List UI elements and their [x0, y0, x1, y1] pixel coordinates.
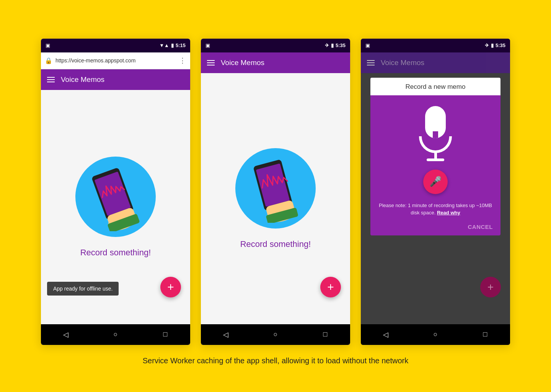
sim-icon-2: ▣: [205, 42, 210, 48]
app-bar-2: Voice Memos: [201, 52, 350, 73]
airplane-icon-2: ✈: [325, 42, 329, 48]
app-bar-1: Voice Memos: [41, 69, 190, 90]
url-text-1: https://voice-memos.appspot.com: [55, 57, 176, 64]
phone-1: ▣ ▼▲ ▮ 5:15 🔒 https://voice-memos.appspo…: [41, 39, 190, 345]
status-bar-1: ▣ ▼▲ ▮ 5:15: [41, 39, 190, 52]
illustration-circle-2: [235, 148, 316, 229]
lock-icon: 🔒: [45, 57, 52, 64]
home-button-3[interactable]: [428, 327, 443, 342]
battery-icon-3: ▮: [491, 42, 494, 48]
app-title-2: Voice Memos: [221, 59, 264, 67]
phone-3: ▣ ✈ ▮ 5:35 Voice Memos: [361, 39, 510, 345]
hamburger-menu-1[interactable]: [47, 77, 55, 82]
phone-illustration-2: [245, 154, 306, 223]
home-button-2[interactable]: [268, 327, 283, 342]
record-label-2: Record something!: [240, 239, 311, 249]
app-title-1: Voice Memos: [61, 75, 104, 84]
app-title-3: Voice Memos: [381, 59, 424, 67]
status-bar-2: ▣ ✈ ▮ 5:35: [201, 39, 350, 52]
page-wrapper: ▣ ▼▲ ▮ 5:15 🔒 https://voice-memos.appspo…: [0, 0, 551, 392]
status-bar-3: ▣ ✈ ▮ 5:35: [361, 39, 510, 52]
fab-button-1[interactable]: +: [160, 277, 181, 297]
phone-content-2: Record something! +: [201, 73, 350, 324]
time-display-1: 5:15: [176, 42, 186, 48]
back-button-1[interactable]: [58, 327, 73, 342]
dialog-note: Please note: 1 minute of recording takes…: [370, 202, 500, 220]
illustration-circle-1: [75, 157, 156, 237]
recents-button-2[interactable]: [318, 327, 333, 342]
time-display-2: 5:35: [336, 42, 346, 48]
offline-toast-1: App ready for offline use.: [47, 282, 119, 296]
app-bar-3: Voice Memos: [361, 52, 510, 73]
plus-icon-3: +: [487, 281, 494, 293]
recents-button-1[interactable]: [158, 327, 173, 342]
fab-button-3[interactable]: +: [480, 277, 501, 297]
dialog-overlay: Record a new memo: [361, 73, 510, 324]
phone-content-1: Record something! + App ready for offlin…: [41, 90, 190, 324]
recents-button-3[interactable]: [478, 327, 493, 342]
status-bar-right-2: ✈ ▮ 5:35: [325, 42, 346, 48]
status-bar-left-3: ▣: [365, 42, 370, 48]
fab-button-2[interactable]: +: [320, 277, 341, 297]
record-button[interactable]: 🎤: [423, 170, 448, 194]
caption-text: Service Worker caching of the app shell,…: [143, 356, 408, 365]
nav-bar-1: [41, 324, 190, 345]
microphone-illustration: [419, 106, 452, 161]
read-why-link[interactable]: Read why: [437, 210, 460, 216]
nav-bar-2: [201, 324, 350, 345]
home-button-1[interactable]: [108, 327, 123, 342]
phone-illustration-1: [85, 162, 146, 231]
dialog-cancel-button[interactable]: CANCEL: [370, 220, 500, 235]
wifi-signal-icon: ▼▲: [159, 42, 169, 48]
hamburger-menu-2[interactable]: [207, 60, 215, 65]
dialog-body: 🎤: [370, 95, 500, 202]
phones-row: ▣ ▼▲ ▮ 5:15 🔒 https://voice-memos.appspo…: [41, 39, 510, 345]
back-button-3[interactable]: [378, 327, 393, 342]
time-display-3: 5:35: [496, 42, 505, 48]
back-button-2[interactable]: [218, 327, 233, 342]
airplane-icon-3: ✈: [485, 42, 489, 48]
phone-2: ▣ ✈ ▮ 5:35 Voice Memos: [201, 39, 350, 345]
status-bar-right-1: ▼▲ ▮ 5:15: [159, 42, 186, 48]
mic-body: [425, 106, 446, 138]
mic-button-icon: 🎤: [429, 176, 442, 188]
sim-icon-3: ▣: [365, 42, 370, 48]
record-dialog: Record a new memo: [370, 78, 500, 235]
svg-rect-1: [95, 172, 131, 216]
hamburger-menu-3[interactable]: [367, 60, 375, 65]
status-bar-left-1: ▣: [46, 42, 50, 48]
dialog-title: Record a new memo: [370, 78, 500, 95]
more-options-icon[interactable]: ⋮: [179, 56, 186, 65]
battery-icon: ▮: [171, 42, 174, 48]
record-label-1: Record something!: [80, 248, 151, 258]
url-bar-1: 🔒 https://voice-memos.appspot.com ⋮: [41, 52, 190, 69]
sim-icon: ▣: [46, 42, 50, 48]
status-bar-right-3: ✈ ▮ 5:35: [485, 42, 505, 48]
plus-icon-1: +: [167, 281, 174, 293]
mic-pole: [434, 152, 437, 158]
status-bar-left-2: ▣: [205, 42, 210, 48]
plus-icon-2: +: [327, 281, 334, 293]
battery-icon-2: ▮: [331, 42, 334, 48]
mic-arc: [419, 136, 452, 153]
nav-bar-3: [361, 324, 510, 345]
mic-base: [427, 158, 444, 161]
